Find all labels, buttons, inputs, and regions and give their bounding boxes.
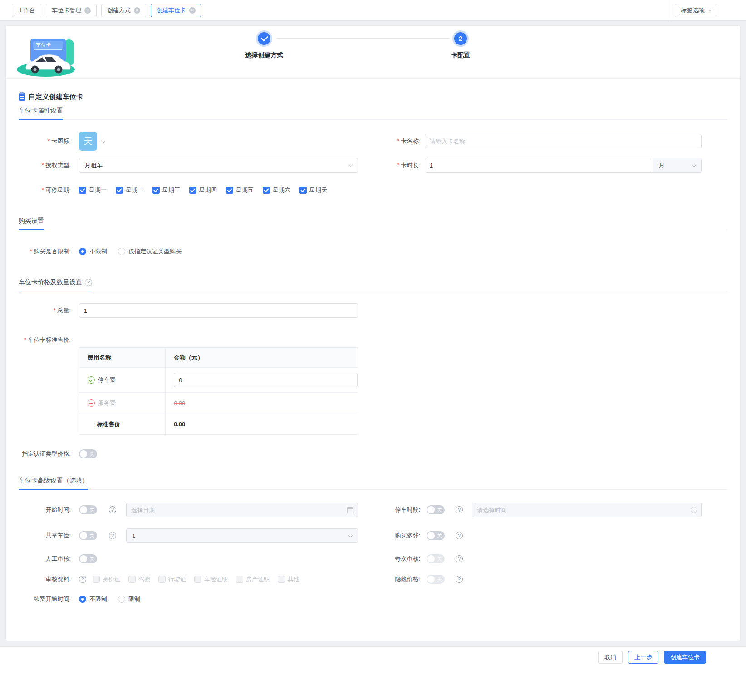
step-2-number: 2 — [454, 32, 467, 45]
total-input[interactable] — [79, 303, 358, 318]
tab-create-card[interactable]: 创建车位卡 — [151, 4, 201, 17]
duration-input-group: 月 — [425, 158, 702, 173]
duration-label: 卡时长: — [363, 161, 420, 169]
auth-price-field: 关 — [79, 449, 358, 458]
table-row-parking-fee: 停车费 — [79, 368, 358, 393]
doc-checkbox-vehicle-license[interactable]: 行驶证 — [158, 575, 186, 583]
help-icon[interactable] — [456, 532, 463, 539]
duration-field: 月 — [425, 158, 702, 173]
form-row: 共享车位: 关 1 购买多张: 关 — [19, 528, 727, 543]
chevron-down-icon — [348, 163, 353, 167]
doc-checkbox-other[interactable]: 其他 — [278, 575, 299, 583]
help-icon[interactable] — [109, 506, 116, 513]
chevron-down-icon[interactable] — [101, 138, 106, 143]
help-icon[interactable] — [456, 506, 463, 513]
shared-space-label: 共享车位: — [19, 532, 71, 540]
parking-period-toggle[interactable]: 关 — [427, 505, 445, 514]
tab-label: 工作台 — [18, 6, 35, 15]
section-advanced-title: 车位卡高级设置（选填） — [19, 477, 88, 490]
tab-bar: 工作台 车位卡管理 创建方式 创建车位卡 — [0, 0, 670, 21]
stepper-connector — [277, 38, 449, 39]
close-icon[interactable] — [134, 7, 140, 14]
radio-unlimited[interactable]: 不限制 — [79, 247, 107, 256]
weekday-checkbox-tue[interactable]: 星期二 — [116, 186, 143, 194]
weekday-checkbox-thu[interactable]: 星期四 — [189, 186, 217, 194]
shared-space-toggle[interactable]: 关 — [79, 531, 97, 540]
hide-price-field: 关 — [425, 575, 702, 584]
main-card: 车位卡 选择创建方式 2 卡配置 自定义创建 — [5, 25, 741, 641]
form-content: 自定义创建车位卡 车位卡属性设置 卡图标: 天 卡名称: — [6, 92, 740, 603]
card-name-label: 卡名称: — [363, 137, 420, 145]
card-icon-picker[interactable]: 天 — [79, 132, 97, 151]
auth-type-value: 月租车 — [85, 161, 103, 169]
doc-checkbox-driver-license[interactable]: 驾照 — [128, 575, 150, 583]
form-row: 车位卡标准售价: 费用名称 金额（元） 停车费 — [19, 334, 727, 435]
help-icon[interactable] — [456, 576, 463, 583]
checkbox-disabled-icon — [278, 576, 285, 583]
form-row: 开始时间: 关 停车时段: 关 — [19, 503, 727, 517]
tab-workbench[interactable]: 工作台 — [12, 4, 41, 17]
help-icon[interactable] — [109, 532, 116, 539]
doc-checkbox-id-card[interactable]: 身份证 — [93, 575, 120, 583]
per-review-label: 每次审核: — [363, 555, 420, 563]
parking-fee-input[interactable] — [174, 373, 358, 387]
checkbox-disabled-icon — [93, 576, 100, 583]
help-icon[interactable] — [456, 555, 463, 562]
tag-options-button[interactable]: 标签选项 — [675, 4, 717, 17]
checkbox-disabled-icon — [236, 576, 243, 583]
tab-create-method[interactable]: 创建方式 — [101, 4, 146, 17]
close-icon[interactable] — [84, 7, 91, 14]
checkbox-checked-icon — [226, 187, 233, 194]
start-date-input[interactable] — [126, 503, 358, 517]
page-title-row: 自定义创建车位卡 — [19, 92, 727, 101]
weekday-checkbox-fri[interactable]: 星期五 — [226, 186, 254, 194]
parking-period-label: 停车时段: — [363, 506, 420, 514]
start-time-toggle[interactable]: 关 — [79, 505, 97, 514]
create-card-button[interactable]: 创建车位卡 — [664, 651, 706, 664]
doc-checkbox-property[interactable]: 房产证明 — [236, 575, 270, 583]
help-icon[interactable] — [79, 576, 86, 583]
step-2-label: 卡配置 — [451, 51, 470, 59]
form-row: 人工审核: 关 每次审核: 关 — [19, 554, 727, 563]
section-attrs-title: 车位卡属性设置 — [19, 107, 63, 120]
multi-purchase-toggle[interactable]: 关 — [427, 531, 445, 540]
card-name-field — [425, 134, 702, 148]
weekday-checkbox-sun[interactable]: 星期天 — [299, 186, 327, 194]
duration-unit-select[interactable]: 月 — [653, 158, 701, 172]
radio-renewal-unlimited[interactable]: 不限制 — [79, 595, 107, 603]
checkbox-checked-icon — [263, 187, 270, 194]
col-amount: 金额（元） — [166, 348, 358, 367]
shared-space-select[interactable]: 1 — [126, 528, 358, 543]
form-row: 可停星期: 星期一 星期二 星期三 星期四 星期五 星期六 星期天 — [19, 186, 727, 194]
card-icon-label: 卡图标: — [19, 137, 71, 145]
checkbox-checked-icon — [152, 187, 160, 194]
col-fee-name: 费用名称 — [79, 348, 166, 367]
price-table-header: 费用名称 金额（元） — [79, 348, 358, 368]
card-header: 车位卡 选择创建方式 2 卡配置 — [6, 26, 740, 79]
cancel-button[interactable]: 取消 — [598, 651, 623, 664]
per-review-toggle[interactable]: 关 — [427, 554, 445, 563]
doc-checkbox-insurance[interactable]: 车险证明 — [194, 575, 228, 583]
renewal-label: 续费开始时间: — [19, 595, 71, 603]
weekday-checkbox-mon[interactable]: 星期一 — [79, 186, 107, 194]
weekday-checkbox-wed[interactable]: 星期三 — [152, 186, 180, 194]
radio-unselected-icon — [118, 248, 125, 255]
auth-type-select[interactable]: 月租车 — [79, 158, 358, 173]
auth-type-field: 月租车 — [79, 158, 358, 173]
close-icon[interactable] — [189, 7, 196, 14]
duration-input[interactable] — [425, 158, 653, 172]
hide-price-toggle[interactable]: 关 — [427, 575, 445, 584]
previous-step-button[interactable]: 上一步 — [628, 651, 658, 664]
manual-review-toggle[interactable]: 关 — [79, 554, 97, 563]
page-title: 自定义创建车位卡 — [29, 93, 83, 101]
service-fee-value: 0.00 — [174, 400, 185, 407]
minus-circle-icon — [88, 399, 95, 407]
radio-certified-only[interactable]: 仅指定认证类型购买 — [118, 247, 182, 256]
weekday-checkbox-sat[interactable]: 星期六 — [263, 186, 290, 194]
tab-card-management[interactable]: 车位卡管理 — [46, 4, 97, 17]
radio-renewal-limited[interactable]: 限制 — [118, 595, 140, 603]
help-icon[interactable] — [85, 279, 92, 286]
parking-period-input[interactable] — [472, 503, 702, 517]
auth-price-toggle[interactable]: 关 — [79, 449, 97, 458]
card-name-input[interactable] — [425, 134, 702, 148]
